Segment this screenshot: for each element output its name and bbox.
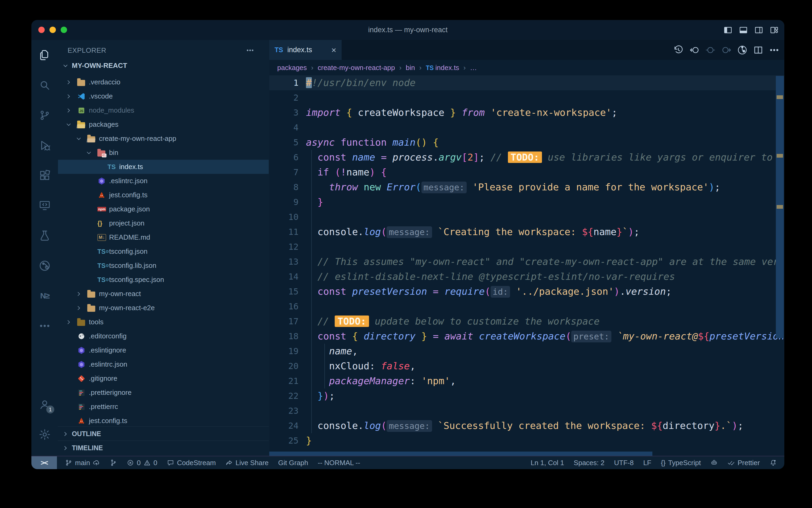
nav-circle-forward-button[interactable] [721,45,732,55]
code-line-9[interactable]: 9 } [269,195,784,210]
status-notifications[interactable] [769,459,777,466]
outline-section[interactable]: OUTLINE [58,426,269,441]
workspace-section-header[interactable]: MY-OWN-REACT [58,58,269,73]
status-indentation[interactable]: Spaces: 2 [574,459,605,467]
explorer-more-button[interactable] [246,46,254,54]
code-area[interactable]: 1#!/usr/bin/env node23import { createWor… [269,75,784,456]
code-line-1[interactable]: 1#!/usr/bin/env node [269,75,784,90]
status-problems[interactable]: 00 [127,459,157,467]
tree-item-create-my-own-react-app[interactable]: create-my-own-react-app [58,131,269,145]
code-line-25[interactable]: 25} [269,433,784,448]
tree-item-.eslintrc.json[interactable]: .eslintrc.json [58,357,269,371]
breadcrumb-item[interactable]: packages [277,64,307,72]
tab-index-ts[interactable]: TS index.ts × [269,40,342,60]
more-actions-button[interactable] [769,45,779,55]
code-line-16[interactable]: 16 [269,299,784,314]
tree-item-tsconfig.json[interactable]: TS⚙tsconfig.json [58,244,269,258]
code-line-17[interactable]: 17 // TODO: update below to customize th… [269,314,784,329]
tree-item-my-own-react-e2e[interactable]: my-own-react-e2e [58,301,269,315]
breadcrumb-item[interactable]: … [470,64,477,72]
tree-item-.vscode[interactable]: .vscode [58,89,269,103]
tree-item-bin[interactable]: 01bin [58,145,269,160]
status-codestream[interactable]: CodeStream [167,459,216,467]
status-vim-mode[interactable]: -- NORMAL -- [318,459,360,467]
timeline-section[interactable]: TIMELINE [58,440,269,455]
breadcrumb-item[interactable]: create-my-own-react-app [318,64,395,72]
bell-icon [769,459,777,466]
remote-indicator[interactable]: >< [32,456,57,469]
tab-close-icon[interactable]: × [331,46,336,54]
code-line-23[interactable]: 23 [269,404,784,418]
tree-item-.prettierignore[interactable]: .prettierignore [58,385,269,399]
code-line-20[interactable]: 20 nxCloud: false, [269,358,784,374]
activity-run-debug-button[interactable] [32,130,58,160]
code-line-3[interactable]: 3import { createWorkspace } from 'create… [269,105,784,120]
activity-more-tools-button[interactable] [32,311,58,341]
activity-settings-gear-button[interactable] [32,419,58,450]
tree-item-project.json[interactable]: {}project.json [58,216,269,230]
status-encoding[interactable]: UTF-8 [614,459,634,467]
code-line-15[interactable]: 15 const presetVersion = require(id: '..… [269,284,784,299]
activity-remote-explorer-button[interactable] [32,190,58,220]
status-language-mode[interactable]: {}TypeScript [661,459,701,467]
vertical-scrollbar[interactable] [776,76,784,338]
code-line-22[interactable]: 22 }); [269,388,784,404]
tree-item-README.md[interactable]: M↓README.md [58,230,269,244]
code-line-21[interactable]: 21 packageManager: 'npm', [269,374,784,388]
tree-item-node_modules[interactable]: JSnode_modules [58,103,269,117]
status-eol[interactable]: LF [643,459,651,467]
activity-files-button[interactable] [32,40,58,70]
local-history-button[interactable] [673,45,684,55]
code-line-6[interactable]: 6 const name = process.argv[2]; // TODO:… [269,150,784,165]
tree-item-package.json[interactable]: npmpackage.json [58,202,269,216]
breadcrumb-item[interactable]: bin [406,64,415,72]
horizontal-scrollbar[interactable] [269,452,652,456]
tree-item-my-own-react[interactable]: my-own-react [58,287,269,301]
code-line-7[interactable]: 7 if (!name) { [269,165,784,180]
tree-item-jest.config.ts[interactable]: jest.config.ts [58,414,269,426]
tree-item-tsconfig.lib.json[interactable]: TS⚙tsconfig.lib.json [58,258,269,272]
code-line-8[interactable]: 8 throw new Error(message: 'Please provi… [269,180,784,195]
code-line-14[interactable]: 14 // eslint-disable-next-line @typescri… [269,269,784,284]
code-line-2[interactable]: 2 [269,90,784,105]
tree-item-tools[interactable]: tools [58,315,269,329]
file-history-button[interactable] [737,45,748,55]
compare-previous-button[interactable] [689,45,700,55]
activity-test-beaker-button[interactable] [32,220,58,251]
split-editor-button[interactable] [753,45,764,55]
tree-item-.eslintignore[interactable]: .eslintignore [58,343,269,357]
status-git-graph-status[interactable] [110,459,117,466]
code-line-13[interactable]: 13 // This assumes "my-own-react" and "c… [269,254,784,269]
status-copilot[interactable] [710,459,718,466]
code-line-11[interactable]: 11 console.log(message: `Creating the wo… [269,224,784,239]
code-line-12[interactable]: 12 [269,239,784,254]
tree-item-.gitignore[interactable]: .gitignore [58,371,269,385]
activity-search-button[interactable] [32,70,58,100]
code-line-19[interactable]: 19 name, [269,344,784,358]
status-prettier[interactable]: Prettier [727,459,760,467]
activity-account-button[interactable]: 1 [32,389,58,419]
activity-extensions-button[interactable] [32,160,58,190]
code-line-4[interactable]: 4 [269,120,784,135]
activity-gitlens-button[interactable] [32,251,58,281]
breadcrumb-item[interactable]: TS index.ts [426,64,459,72]
activity-nx-console-button[interactable]: N≥ [32,281,58,311]
code-line-24[interactable]: 24 console.log(message: `Successfully cr… [269,418,784,433]
nav-circle-button[interactable] [705,45,716,55]
code-line-10[interactable]: 10 [269,210,784,224]
tree-item-jest.config.ts[interactable]: jest.config.ts [58,188,269,202]
tree-item-tsconfig.spec.json[interactable]: TS⚙tsconfig.spec.json [58,272,269,287]
tree-item-index.ts[interactable]: TSindex.ts [58,160,269,174]
tree-item-.eslintrc.json[interactable]: .eslintrc.json [58,174,269,188]
code-line-5[interactable]: 5async function main() { [269,135,784,150]
tree-item-.editorconfig[interactable]: .editorconfig [58,329,269,343]
tree-item-.verdaccio[interactable]: .verdaccio [58,75,269,89]
status-branch[interactable]: main [65,459,100,467]
status-git-graph[interactable]: Git Graph [278,459,308,467]
code-line-18[interactable]: 18 const { directory } = await createWor… [269,329,784,344]
activity-source-control-button[interactable] [32,100,58,130]
status-live-share[interactable]: Live Share [225,459,269,467]
tree-item-packages[interactable]: packages [58,117,269,131]
tree-item-.prettierrc[interactable]: .prettierrc [58,399,269,414]
status-cursor-position[interactable]: Ln 1, Col 1 [531,459,564,467]
